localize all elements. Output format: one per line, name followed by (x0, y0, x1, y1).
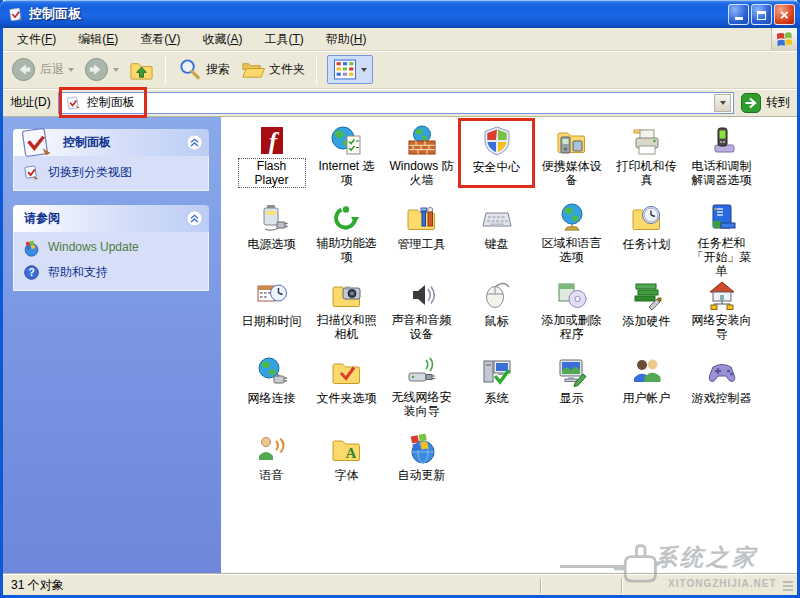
system-icon (481, 356, 513, 388)
cp-item-game-controllers[interactable]: 游戏控制器 (684, 353, 759, 430)
window-title: 控制面板 (29, 5, 726, 23)
security-center-icon (481, 125, 513, 157)
cp-item-portable-media[interactable]: 便携媒体设备 (534, 122, 609, 199)
control-panel-icon (65, 95, 81, 111)
cp-item-power-options[interactable]: 电源选项 (234, 199, 309, 276)
cp-item-date-time[interactable]: 日期和时间 (234, 276, 309, 353)
cp-item-label: 网络连接 (248, 391, 296, 405)
add-hardware-icon (631, 279, 663, 311)
cp-item-wireless-setup-wizard[interactable]: 无线网络安装向导 (384, 353, 459, 430)
cp-item-printers-faxes[interactable]: 打印机和传真 (609, 122, 684, 199)
wireless-setup-wizard-icon (406, 356, 438, 388)
up-button[interactable] (125, 54, 158, 85)
cp-item-fonts[interactable]: A字体 (309, 430, 384, 507)
control-panel-window: 控制面板 × 文件(F)编辑(E)查看(V)收藏(A)工具(T)帮助(H) 后退… (0, 0, 800, 598)
cp-item-label: 语音 (260, 468, 284, 482)
windows-update-icon (23, 240, 40, 257)
sidebar-panel-header[interactable]: 请参阅 (13, 205, 209, 232)
cp-item-label: 文件夹选项 (317, 391, 377, 405)
back-dropdown-icon[interactable] (68, 68, 74, 72)
cp-item-scanners-cameras[interactable]: 扫描仪和照相机 (309, 276, 384, 353)
close-button[interactable]: × (774, 4, 795, 25)
cp-item-taskbar-startmenu[interactable]: 任务栏和「开始」菜单 (684, 199, 759, 276)
main-area: 控制面板切换到分类视图请参阅Windows Update?帮助和支持 fFlas… (3, 117, 797, 574)
address-bar: 地址(D) 控制面板 转到 (3, 89, 797, 117)
cp-item-network-setup-wizard[interactable]: 网络安装向导 (684, 276, 759, 353)
menu-item-2[interactable]: 查看(V) (129, 28, 191, 51)
search-icon (177, 57, 202, 82)
sidebar-item-help[interactable]: ?帮助和支持 (23, 264, 202, 281)
game-controllers-icon (706, 356, 738, 388)
sidebar-panel-header[interactable]: 控制面板 (13, 129, 209, 156)
chevron-up-icon[interactable] (186, 210, 203, 227)
cp-item-sounds-audio[interactable]: 声音和音频设备 (384, 276, 459, 353)
folders-button[interactable]: 文件夹 (236, 54, 309, 85)
sidebar-panel-1: 请参阅Windows Update?帮助和支持 (13, 205, 209, 291)
forward-dropdown-icon[interactable] (113, 68, 119, 72)
cp-item-label: 显示 (560, 391, 584, 405)
back-button[interactable]: 后退 (7, 54, 78, 85)
cp-item-add-hardware[interactable]: 添加硬件 (609, 276, 684, 353)
cp-item-accessibility[interactable]: 辅助功能选项 (309, 199, 384, 276)
svg-text:A: A (345, 445, 356, 461)
sidebar-item-label: Windows Update (48, 240, 139, 254)
cp-item-label: Windows 防火墙 (389, 159, 455, 187)
minimize-button[interactable] (728, 4, 749, 25)
cp-item-label: 字体 (335, 468, 359, 482)
cp-item-label: 添加硬件 (623, 314, 671, 328)
search-button[interactable]: 搜索 (173, 54, 234, 85)
cp-item-display[interactable]: 显示 (534, 353, 609, 430)
cp-item-mouse[interactable]: 鼠标 (459, 276, 534, 353)
maximize-icon (757, 11, 766, 20)
cp-item-label: Internet 选项 (314, 159, 380, 187)
cp-item-keyboard[interactable]: 键盘 (459, 199, 534, 276)
cp-item-internet-options[interactable]: Internet 选项 (309, 122, 384, 199)
cp-item-label: 网络安装向导 (689, 313, 755, 341)
menu-item-0[interactable]: 文件(F) (6, 28, 67, 51)
cp-item-security-center[interactable]: 安全中心 (459, 122, 534, 199)
views-button[interactable] (327, 55, 373, 84)
portable-media-icon (556, 125, 588, 157)
power-options-icon (256, 202, 288, 234)
title-bar: 控制面板 × (0, 0, 800, 28)
cp-item-speech[interactable]: 语音 (234, 430, 309, 507)
cp-item-automatic-updates[interactable]: 自动更新 (384, 430, 459, 507)
chevron-down-icon (720, 101, 726, 105)
cp-item-flash-player[interactable]: fFlash Player (234, 122, 309, 199)
phone-modem-icon (706, 125, 738, 157)
menu-item-4[interactable]: 工具(T) (253, 28, 314, 51)
task-scheduler-icon (631, 202, 663, 234)
menu-bar: 文件(F)编辑(E)查看(V)收藏(A)工具(T)帮助(H) (3, 28, 797, 51)
cp-item-admin-tools[interactable]: 管理工具 (384, 199, 459, 276)
chevron-up-icon[interactable] (186, 134, 203, 151)
menu-item-5[interactable]: 帮助(H) (315, 28, 378, 51)
cp-item-add-remove-programs[interactable]: 添加或删除程序 (534, 276, 609, 353)
cp-item-folder-options[interactable]: 文件夹选项 (309, 353, 384, 430)
cp-item-windows-firewall[interactable]: Windows 防火墙 (384, 122, 459, 199)
sidebar-item-windows-update[interactable]: Windows Update (23, 240, 202, 257)
go-button[interactable]: 转到 (741, 93, 790, 113)
maximize-button[interactable] (751, 4, 772, 25)
cp-item-label: 用户帐户 (623, 391, 671, 405)
network-setup-wizard-icon (706, 279, 738, 311)
cp-item-system[interactable]: 系统 (459, 353, 534, 430)
menu-item-3[interactable]: 收藏(A) (191, 28, 253, 51)
cp-item-network-connections[interactable]: 网络连接 (234, 353, 309, 430)
sidebar-item-switch-view[interactable]: 切换到分类视图 (23, 164, 202, 181)
network-connections-icon (256, 356, 288, 388)
svg-text:?: ? (28, 267, 34, 278)
flash-player-icon: f (256, 125, 288, 157)
cp-item-user-accounts[interactable]: 用户帐户 (609, 353, 684, 430)
toolbar-separator (316, 56, 317, 84)
windows-logo-icon (771, 28, 797, 50)
address-field[interactable]: 控制面板 (58, 92, 734, 114)
forward-icon (84, 57, 109, 82)
sidebar-panel-title: 控制面板 (63, 134, 186, 151)
cp-item-phone-modem[interactable]: 电话和调制解调器选项 (684, 122, 759, 199)
forward-button[interactable] (80, 54, 123, 85)
cp-item-regional-language[interactable]: 区域和语言选项 (534, 199, 609, 276)
search-label: 搜索 (206, 61, 230, 78)
address-dropdown-button[interactable] (714, 94, 731, 112)
menu-item-1[interactable]: 编辑(E) (67, 28, 129, 51)
cp-item-task-scheduler[interactable]: 任务计划 (609, 199, 684, 276)
